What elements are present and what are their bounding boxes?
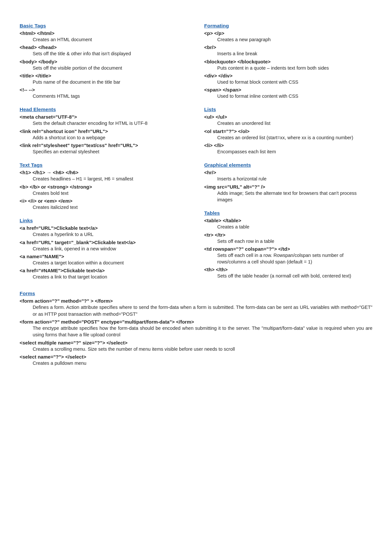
desc-text-tags-0: Creates headlines – H1 = largest, H6 = s…: [20, 176, 188, 182]
desc-formating-0: Creates a new paragraph: [204, 36, 372, 43]
desc-lists-0: Creates an unordered list: [204, 120, 372, 126]
tag-tables-2: <td rowspan="?" colspan="?"> </td>: [204, 246, 372, 252]
section-forms: Forms<form action="?" method="?" > </for…: [20, 291, 372, 366]
section-text-tags: Text Tags<h1> </h1> → <h6> </h6>Creates …: [20, 162, 188, 210]
desc-text-tags-1: Creates bold text: [20, 190, 188, 196]
desc-formating-4: Used to format inline content with CSS: [204, 93, 372, 99]
tag-head-elements-0: <meta charset="UTF-8">: [20, 114, 188, 120]
tag-forms-0: <form action="?" method="?" > </form>: [20, 298, 372, 304]
desc-forms-3: Creates a pulldown menu: [20, 360, 372, 366]
tag-formating-2: <blockquote> </blockquote>: [204, 59, 372, 64]
desc-tables-1: Sets off each row in a table: [204, 238, 372, 244]
tag-basic-tags-4: <!-- -->: [20, 87, 188, 92]
tag-text-tags-1: <b> </b> or <strong> </strong>: [20, 184, 188, 190]
tag-links-2: <a name="NAME">: [20, 254, 188, 259]
tag-tables-0: <table> </table>: [204, 218, 372, 223]
desc-text-tags-2: Creates italicized text: [20, 204, 188, 210]
tag-text-tags-2: <i> </i> or <em> </em>: [20, 198, 188, 204]
tag-tables-1: <tr> </tr>: [204, 232, 372, 238]
section-title-tables[interactable]: Tables: [204, 210, 220, 216]
tag-formating-0: <p> </p>: [204, 30, 372, 36]
desc-head-elements-1: Adds a shortcut icon to a webpage: [20, 134, 188, 141]
tag-basic-tags-2: <body> </body>: [20, 59, 188, 64]
desc-links-2: Creates a target location within a docum…: [20, 260, 188, 266]
tag-graphical-elements-1: <img src="URL" alt="?" />: [204, 184, 372, 190]
tag-basic-tags-0: <html> </html>: [20, 30, 188, 36]
desc-head-elements-0: Sets the default character encoding for …: [20, 120, 188, 126]
tag-lists-1: <ol start="?"> </ol>: [204, 128, 372, 134]
desc-formating-2: Puts content in a quote – indents text f…: [204, 65, 372, 71]
tag-basic-tags-3: <title> </title>: [20, 73, 188, 78]
desc-head-elements-2: Specifies an external stylesheet: [20, 148, 188, 155]
tag-tables-3: <th> </th>: [204, 267, 372, 272]
left-column: Basic Tags<html> </html>Creates an HTML …: [20, 23, 188, 287]
desc-forms-0: Defines a form. Action attribute specifi…: [20, 304, 372, 317]
desc-links-3: Creates a link to that target location: [20, 274, 188, 280]
section-formating: Formating<p> </p>Creates a new paragraph…: [204, 23, 372, 99]
section-title-formating[interactable]: Formating: [204, 23, 229, 28]
forms-section: Forms<form action="?" method="?" > </for…: [20, 291, 372, 366]
desc-tables-0: Creates a table: [204, 224, 372, 230]
tag-links-3: <a href="#NAME">Clickable text</a>: [20, 268, 188, 273]
desc-basic-tags-2: Sets off the visible portion of the docu…: [20, 65, 188, 71]
desc-graphical-elements-1: Adds image; Sets the alternate text for …: [204, 190, 372, 203]
desc-tables-2: Sets off each cell in a row. Rowspan/col…: [204, 252, 372, 265]
desc-links-1: Creates a link, opened in a new window: [20, 245, 188, 252]
desc-basic-tags-0: Creates an HTML document: [20, 36, 188, 43]
tag-links-0: <a href="URL">Clickable text</a>: [20, 225, 188, 231]
main-content: Basic Tags<html> </html>Creates an HTML …: [20, 23, 372, 287]
right-column: Formating<p> </p>Creates a new paragraph…: [204, 23, 372, 287]
desc-lists-2: Encompasses each list item: [204, 148, 372, 155]
tag-basic-tags-1: <head> </head>: [20, 44, 188, 50]
desc-basic-tags-3: Puts name of the document in the title b…: [20, 79, 188, 85]
desc-basic-tags-4: Comments HTML tags: [20, 93, 188, 99]
tag-formating-4: <span> </span>: [204, 87, 372, 92]
section-head-elements: Head Elements<meta charset="UTF-8">Sets …: [20, 107, 188, 155]
tag-text-tags-0: <h1> </h1> → <h6> </h6>: [20, 170, 188, 175]
tag-lists-0: <ul> </ul>: [204, 114, 372, 120]
desc-links-0: Creates a hyperlink to a URL: [20, 231, 188, 238]
section-title-graphical-elements[interactable]: Graphical elements: [204, 162, 251, 168]
desc-tables-3: Sets off the table header (a normall cel…: [204, 273, 372, 279]
desc-forms-1: The enctype attribute specifies how the …: [20, 325, 372, 338]
section-title-text-tags[interactable]: Text Tags: [20, 162, 42, 168]
section-title-forms[interactable]: Forms: [20, 291, 35, 296]
desc-formating-1: Inserts a line break: [204, 50, 372, 57]
section-title-lists[interactable]: Lists: [204, 107, 216, 112]
tag-forms-2: <select multiple name="?" size="?"> </se…: [20, 340, 372, 345]
desc-graphical-elements-0: Inserts a horizontal rule: [204, 176, 372, 182]
section-title-basic-tags[interactable]: Basic Tags: [20, 23, 46, 28]
section-basic-tags: Basic Tags<html> </html>Creates an HTML …: [20, 23, 188, 99]
section-graphical-elements: Graphical elements<hr/>Inserts a horizon…: [204, 162, 372, 203]
tag-formating-3: <div> </div>: [204, 73, 372, 78]
section-title-head-elements[interactable]: Head Elements: [20, 107, 56, 112]
section-tables: Tables<table> </table>Creates a table<tr…: [204, 210, 372, 279]
desc-formating-3: Used to format block content with CSS: [204, 79, 372, 85]
tag-formating-1: <br/>: [204, 44, 372, 50]
section-lists: Lists<ul> </ul>Creates an unordered list…: [204, 107, 372, 155]
desc-forms-2: Creates a scrolling menu. Size sets the …: [20, 346, 372, 352]
tag-forms-1: <form action="?" method="POST" enctype="…: [20, 319, 372, 325]
tag-lists-2: <li> </li>: [204, 143, 372, 148]
tag-head-elements-2: <link rel="stylesheet" type="text/css" h…: [20, 143, 188, 148]
tag-forms-3: <select name="?"> </select>: [20, 354, 372, 360]
section-title-links[interactable]: Links: [20, 218, 33, 223]
desc-lists-1: Creates an ordered list (start=xx, where…: [204, 134, 372, 141]
section-links: Links<a href="URL">Clickable text</a>Cre…: [20, 218, 188, 280]
tag-head-elements-1: <link rel="shortcut icon" href="URL">: [20, 128, 188, 134]
tag-links-1: <a href="URL" target="_blank">Clickable …: [20, 240, 188, 245]
tag-graphical-elements-0: <hr/>: [204, 170, 372, 175]
desc-basic-tags-1: Sets off the title & other info that isn…: [20, 50, 188, 57]
